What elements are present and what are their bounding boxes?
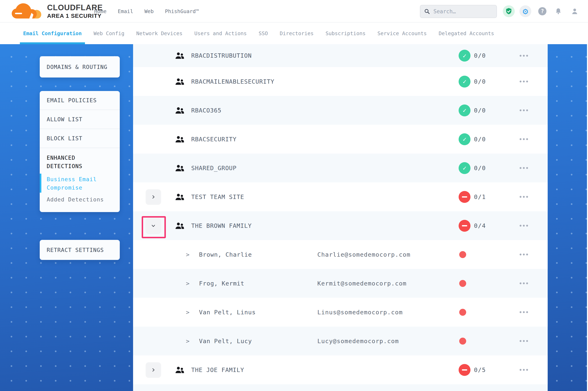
member-caret-icon[interactable]: > <box>186 309 189 316</box>
chevron-right-icon <box>151 368 156 372</box>
member-count: 0/0 <box>474 52 486 59</box>
row-menu-button[interactable] <box>517 222 530 230</box>
group-icon <box>175 78 185 86</box>
sidebar-card-retract-settings[interactable]: RETRACT SETTINGS <box>40 240 120 260</box>
tab-subscriptions[interactable]: Subscriptions <box>325 22 366 44</box>
row-menu-button[interactable] <box>517 135 530 143</box>
sidebar-item-domains-routing[interactable]: DOMAINS & ROUTING <box>47 64 108 70</box>
check-icon: ✓ <box>463 78 466 85</box>
collapse-button[interactable] <box>146 218 161 233</box>
bell-icon[interactable] <box>552 5 564 17</box>
member-count: 0/4 <box>474 222 486 229</box>
row-menu-button[interactable] <box>517 251 530 259</box>
tab-label: Web Config <box>94 30 125 36</box>
member-caret-icon[interactable]: > <box>186 251 189 258</box>
top-nav-link-web[interactable]: Web <box>144 8 153 14</box>
status-badge-synced: ✓ <box>459 76 470 88</box>
group-name: THE BROWN FAMILY <box>191 222 252 229</box>
security-shield-icon[interactable] <box>503 5 515 17</box>
top-nav-link-email[interactable]: Email <box>118 8 133 14</box>
sidebar-item-business-email-compromise[interactable]: Business Email Compromise <box>40 172 120 194</box>
tab-label: Users and Actions <box>194 30 247 36</box>
content-area: RBACDISTRUBUTION ✓ 0/0 RBACMAILENABLESEC… <box>0 44 588 391</box>
tab-label: SSO <box>259 30 268 36</box>
status-badge-excluded <box>459 220 470 232</box>
check-icon: ✓ <box>463 107 466 114</box>
tab-service-accounts[interactable]: Service Accounts <box>378 22 427 44</box>
sidebar-item-allow-list[interactable]: ALLOW LIST <box>40 110 120 129</box>
group-name: TEST TEAM SITE <box>191 194 244 200</box>
sidebar-card-domains-routing[interactable]: DOMAINS & ROUTING <box>40 56 120 78</box>
group-row: TEST TEAM SITE 0/1 <box>133 183 548 211</box>
row-menu-button[interactable] <box>517 366 530 374</box>
group-name: RBACMAILENABLESECURITY <box>191 78 274 85</box>
group-icon <box>175 222 185 230</box>
tab-email-configuration[interactable]: Email Configuration <box>23 22 82 44</box>
search-icon <box>424 8 430 14</box>
check-icon: ✓ <box>463 136 466 143</box>
status-badge-synced: ✓ <box>459 50 470 62</box>
member-email: Kermit@somedemocorp.com <box>317 280 407 287</box>
user-account-icon[interactable] <box>569 5 581 17</box>
status-badge-excluded <box>459 364 470 376</box>
tab-label: Delegated Accounts <box>439 30 494 36</box>
member-row: > Van Pelt, Linus Linus@somedemocorp.com <box>133 298 548 327</box>
member-row: > Van Pelt, Lucy Lucy@somedemocorp.com <box>133 327 548 355</box>
tab-network-devices[interactable]: Network Devices <box>136 22 183 44</box>
member-email: Linus@somedemocorp.com <box>317 309 403 316</box>
group-row: RBACMAILENABLESECURITY ✓ 0/0 <box>133 67 548 96</box>
help-icon[interactable]: ? <box>536 5 548 17</box>
member-row: > Frog, Kermit Kermit@somedemocorp.com <box>133 269 548 298</box>
row-menu-button[interactable] <box>517 106 530 114</box>
member-caret-icon[interactable]: > <box>186 280 189 287</box>
member-name: Frog, Kermit <box>199 280 244 287</box>
row-menu-button[interactable] <box>517 164 530 172</box>
group-icon <box>175 366 185 374</box>
row-menu-button[interactable] <box>517 337 530 345</box>
search-input[interactable] <box>433 8 493 15</box>
member-name: Van Pelt, Lucy <box>199 338 252 345</box>
member-status-dot <box>459 280 466 287</box>
sidebar-item-retract-settings[interactable]: RETRACT SETTINGS <box>47 247 104 253</box>
active-tab-underline <box>20 42 85 44</box>
active-indicator-bar <box>40 174 41 193</box>
sidebar-item-block-list[interactable]: BLOCK LIST <box>40 129 120 148</box>
group-icon <box>175 135 185 143</box>
tab-label: Subscriptions <box>325 30 366 36</box>
row-menu-button[interactable] <box>517 279 530 288</box>
row-menu-button[interactable] <box>517 52 530 60</box>
row-menu-button[interactable] <box>517 193 530 201</box>
member-caret-icon[interactable]: > <box>186 338 189 345</box>
expand-button[interactable] <box>146 189 161 204</box>
top-nav-link-home[interactable]: Home <box>94 8 107 14</box>
group-row: SHARED_GROUP ✓ 0/0 <box>133 154 548 183</box>
tab-web-config[interactable]: Web Config <box>94 22 125 44</box>
member-name: Brown, Charlie <box>199 251 252 258</box>
group-row: THE JOE FAMILY 0/5 <box>133 355 548 384</box>
minus-icon <box>462 369 467 371</box>
top-nav-link-phishguard[interactable]: PhishGuard™ <box>165 8 199 14</box>
cloudflare-logo[interactable]: CLOUDFLARE AREA 1 SECURITY <box>11 2 103 21</box>
group-name: RBACDISTRUBUTION <box>191 52 252 59</box>
sidebar-card-email-policies: EMAIL POLICIES ALLOW LIST BLOCK LIST ENH… <box>40 91 120 212</box>
member-count: 0/5 <box>474 367 486 373</box>
cloudflare-cloud-icon <box>11 2 45 21</box>
check-icon: ✓ <box>463 164 466 172</box>
sidebar-item-added-detections[interactable]: Added Detections <box>40 194 120 207</box>
chevron-down-icon <box>151 223 156 228</box>
expand-button[interactable] <box>146 362 161 378</box>
top-bar: CLOUDFLARE AREA 1 SECURITY Home Email We… <box>0 0 588 22</box>
tab-delegated-accounts[interactable]: Delegated Accounts <box>439 22 494 44</box>
row-menu-button[interactable] <box>517 78 530 86</box>
row-menu-button[interactable] <box>517 308 530 316</box>
sidebar-item-email-policies[interactable]: EMAIL POLICIES <box>40 91 120 110</box>
sidebar-section-enhanced-detections: ENHANCED DETECTIONS <box>40 148 120 172</box>
tab-users-and-actions[interactable]: Users and Actions <box>194 22 247 44</box>
gear-icon[interactable]: ⚙ <box>519 5 531 17</box>
tab-directories[interactable]: Directories <box>280 22 314 44</box>
tab-sso[interactable]: SSO <box>259 22 268 44</box>
tab-label: Directories <box>280 30 314 36</box>
group-row: RBACSECURITY ✓ 0/0 <box>133 125 548 154</box>
member-email: Charlie@somedemocorp.com <box>317 251 411 258</box>
partial-row <box>133 384 548 391</box>
